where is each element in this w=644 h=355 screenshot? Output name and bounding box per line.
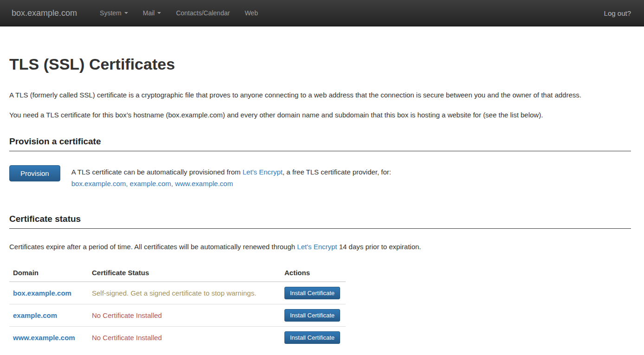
header-domain: Domain bbox=[9, 265, 88, 282]
page-title: TLS (SSL) Certificates bbox=[9, 55, 631, 73]
logout-link[interactable]: Log out? bbox=[597, 0, 638, 26]
domain-cell: www.example.com bbox=[9, 327, 88, 349]
top-navbar: box.example.com System Mail Contacts/Cal… bbox=[0, 0, 644, 26]
nav-item-contacts-calendar[interactable]: Contacts/Calendar bbox=[168, 0, 237, 26]
install-certificate-button[interactable]: Install Certificate bbox=[284, 331, 340, 344]
certificate-table-head: Domain Certificate Status Actions bbox=[9, 265, 346, 282]
provision-text-after: , a free TLS certificate provider, for: bbox=[283, 168, 391, 176]
domain-link[interactable]: box.example.com bbox=[13, 289, 71, 297]
lets-encrypt-link[interactable]: Let's Encrypt bbox=[243, 168, 283, 176]
status-text-after: 14 days prior to expiration. bbox=[337, 243, 421, 251]
lets-encrypt-link[interactable]: Let's Encrypt bbox=[297, 243, 337, 251]
provision-text-line1: A TLS certificate can be automatically p… bbox=[71, 166, 391, 178]
caret-down-icon bbox=[157, 12, 161, 14]
status-cell: Self-signed. Get a signed certificate to… bbox=[88, 282, 281, 304]
intro-paragraph-1: A TLS (formerly called SSL) certificate … bbox=[9, 89, 631, 101]
provision-button[interactable]: Provision bbox=[9, 165, 60, 181]
nav-item-mail-label: Mail bbox=[143, 9, 155, 17]
table-row: www.example.com No Certificate Installed… bbox=[9, 327, 346, 349]
install-certificate-button[interactable]: Install Certificate bbox=[284, 287, 340, 299]
domain-cell: box.example.com bbox=[9, 282, 88, 304]
domain-cell: example.com bbox=[9, 304, 88, 327]
table-row: box.example.com Self-signed. Get a signe… bbox=[9, 282, 346, 304]
nav-item-web-label: Web bbox=[245, 9, 258, 17]
nav-item-system[interactable]: System bbox=[92, 0, 135, 26]
provision-text: A TLS certificate can be automatically p… bbox=[71, 165, 391, 189]
navbar-right: Log out? bbox=[597, 0, 638, 26]
certificate-table-body: box.example.com Self-signed. Get a signe… bbox=[9, 282, 346, 349]
provision-row: Provision A TLS certificate can be autom… bbox=[9, 165, 631, 189]
status-text-before: Certificates expire after a period of ti… bbox=[9, 243, 297, 251]
provision-domains: box.example.comexample.comwww.example.co… bbox=[71, 178, 391, 189]
provision-domain-link[interactable]: example.com bbox=[130, 180, 175, 187]
install-certificate-button[interactable]: Install Certificate bbox=[284, 309, 340, 322]
action-cell: Install Certificate bbox=[281, 327, 346, 349]
nav-item-system-label: System bbox=[100, 9, 122, 17]
action-cell: Install Certificate bbox=[281, 304, 346, 327]
nav-item-contacts-calendar-label: Contacts/Calendar bbox=[176, 9, 230, 17]
status-section-heading: Certificate status bbox=[9, 214, 631, 229]
caret-down-icon bbox=[124, 12, 128, 14]
domain-link[interactable]: example.com bbox=[13, 311, 57, 319]
domain-link[interactable]: www.example.com bbox=[13, 334, 75, 342]
main-content: TLS (SSL) Certificates A TLS (formerly c… bbox=[0, 55, 644, 349]
provision-text-before: A TLS certificate can be automatically p… bbox=[71, 168, 243, 176]
header-certificate-status: Certificate Status bbox=[88, 265, 281, 282]
nav-item-web[interactable]: Web bbox=[237, 0, 265, 26]
header-actions: Actions bbox=[281, 265, 346, 282]
provision-domain-link[interactable]: www.example.com bbox=[175, 180, 233, 187]
action-cell: Install Certificate bbox=[281, 282, 346, 304]
navbar-brand[interactable]: box.example.com bbox=[6, 0, 84, 26]
table-header-row: Domain Certificate Status Actions bbox=[9, 265, 346, 282]
status-cell: No Certificate Installed bbox=[88, 304, 281, 327]
status-paragraph: Certificates expire after a period of ti… bbox=[9, 241, 631, 252]
intro-paragraph-2: You need a TLS certificate for this box’… bbox=[9, 109, 631, 121]
nav-item-mail[interactable]: Mail bbox=[135, 0, 169, 26]
table-row: example.com No Certificate Installed Ins… bbox=[9, 304, 346, 327]
provision-domain-link[interactable]: box.example.com bbox=[71, 180, 130, 187]
certificate-table: Domain Certificate Status Actions box.ex… bbox=[9, 265, 346, 349]
provision-section-heading: Provision a certificate bbox=[9, 136, 631, 151]
navbar-menu: System Mail Contacts/Calendar Web bbox=[92, 0, 265, 26]
status-cell: No Certificate Installed bbox=[88, 327, 281, 349]
